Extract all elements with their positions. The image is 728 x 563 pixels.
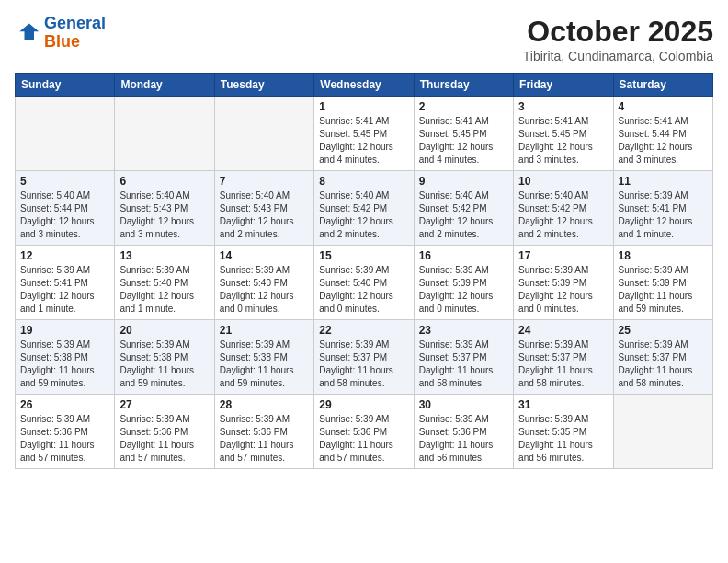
calendar-week-row: 5Sunrise: 5:40 AM Sunset: 5:44 PM Daylig… <box>16 171 713 246</box>
day-info: Sunrise: 5:39 AM Sunset: 5:39 PM Dayligh… <box>419 264 508 316</box>
day-info: Sunrise: 5:39 AM Sunset: 5:36 PM Dayligh… <box>119 413 209 465</box>
day-number: 25 <box>619 324 708 337</box>
day-info: Sunrise: 5:40 AM Sunset: 5:42 PM Dayligh… <box>518 190 608 241</box>
day-number: 29 <box>319 398 408 411</box>
day-info: Sunrise: 5:39 AM Sunset: 5:36 PM Dayligh… <box>20 413 109 465</box>
day-info: Sunrise: 5:39 AM Sunset: 5:37 PM Dayligh… <box>419 339 508 390</box>
day-number: 31 <box>518 398 608 411</box>
calendar-day-cell <box>613 395 712 469</box>
day-number: 11 <box>619 175 708 188</box>
month-title: October 2025 <box>523 15 713 49</box>
weekday-header: Tuesday <box>214 74 313 97</box>
day-number: 12 <box>20 249 109 262</box>
day-info: Sunrise: 5:39 AM Sunset: 5:39 PM Dayligh… <box>518 264 608 316</box>
calendar-day-cell: 26Sunrise: 5:39 AM Sunset: 5:36 PM Dayli… <box>16 395 115 469</box>
day-number: 15 <box>319 249 408 262</box>
calendar-day-cell: 27Sunrise: 5:39 AM Sunset: 5:36 PM Dayli… <box>115 395 214 469</box>
weekday-header: Saturday <box>613 74 712 97</box>
day-number: 30 <box>419 398 508 411</box>
day-number: 23 <box>419 324 508 337</box>
calendar-day-cell: 7Sunrise: 5:40 AM Sunset: 5:43 PM Daylig… <box>214 171 313 246</box>
calendar-day-cell: 5Sunrise: 5:40 AM Sunset: 5:44 PM Daylig… <box>16 171 115 246</box>
calendar-day-cell: 11Sunrise: 5:39 AM Sunset: 5:41 PM Dayli… <box>613 171 712 246</box>
calendar-day-cell: 13Sunrise: 5:39 AM Sunset: 5:40 PM Dayli… <box>115 246 214 320</box>
calendar-day-cell: 21Sunrise: 5:39 AM Sunset: 5:38 PM Dayli… <box>214 320 313 395</box>
day-number: 16 <box>419 249 508 262</box>
day-number: 26 <box>20 398 109 411</box>
day-info: Sunrise: 5:39 AM Sunset: 5:37 PM Dayligh… <box>518 339 608 390</box>
day-number: 27 <box>119 398 209 411</box>
day-info: Sunrise: 5:39 AM Sunset: 5:41 PM Dayligh… <box>20 264 109 316</box>
day-info: Sunrise: 5:39 AM Sunset: 5:39 PM Dayligh… <box>619 264 708 316</box>
calendar-day-cell: 22Sunrise: 5:39 AM Sunset: 5:37 PM Dayli… <box>314 320 414 395</box>
calendar-day-cell: 12Sunrise: 5:39 AM Sunset: 5:41 PM Dayli… <box>16 246 115 320</box>
day-info: Sunrise: 5:39 AM Sunset: 5:41 PM Dayligh… <box>619 190 708 241</box>
day-info: Sunrise: 5:41 AM Sunset: 5:45 PM Dayligh… <box>518 115 608 167</box>
weekday-header: Sunday <box>16 74 115 97</box>
calendar-day-cell: 31Sunrise: 5:39 AM Sunset: 5:35 PM Dayli… <box>514 395 613 469</box>
svg-marker-0 <box>19 23 39 40</box>
day-info: Sunrise: 5:40 AM Sunset: 5:44 PM Dayligh… <box>20 190 109 241</box>
calendar-day-cell: 3Sunrise: 5:41 AM Sunset: 5:45 PM Daylig… <box>514 97 613 171</box>
calendar-week-row: 26Sunrise: 5:39 AM Sunset: 5:36 PM Dayli… <box>16 395 713 469</box>
day-info: Sunrise: 5:39 AM Sunset: 5:40 PM Dayligh… <box>220 264 309 316</box>
calendar-day-cell: 2Sunrise: 5:41 AM Sunset: 5:45 PM Daylig… <box>414 97 513 171</box>
title-area: October 2025 Tibirita, Cundinamarca, Col… <box>523 15 713 63</box>
calendar-day-cell: 6Sunrise: 5:40 AM Sunset: 5:43 PM Daylig… <box>115 171 214 246</box>
calendar-day-cell: 15Sunrise: 5:39 AM Sunset: 5:40 PM Dayli… <box>314 246 414 320</box>
day-number: 24 <box>518 324 608 337</box>
calendar-day-cell <box>115 97 214 171</box>
calendar-day-cell <box>214 97 313 171</box>
day-info: Sunrise: 5:39 AM Sunset: 5:40 PM Dayligh… <box>319 264 408 316</box>
day-info: Sunrise: 5:41 AM Sunset: 5:45 PM Dayligh… <box>419 115 508 167</box>
calendar-day-cell: 19Sunrise: 5:39 AM Sunset: 5:38 PM Dayli… <box>16 320 115 395</box>
day-number: 21 <box>220 324 309 337</box>
calendar-day-cell: 18Sunrise: 5:39 AM Sunset: 5:39 PM Dayli… <box>613 246 712 320</box>
calendar-header-row: SundayMondayTuesdayWednesdayThursdayFrid… <box>16 74 713 97</box>
day-number: 9 <box>419 175 508 188</box>
calendar-day-cell: 10Sunrise: 5:40 AM Sunset: 5:42 PM Dayli… <box>514 171 613 246</box>
day-info: Sunrise: 5:40 AM Sunset: 5:42 PM Dayligh… <box>319 190 408 241</box>
weekday-header: Monday <box>115 74 214 97</box>
day-number: 22 <box>319 324 408 337</box>
day-info: Sunrise: 5:39 AM Sunset: 5:36 PM Dayligh… <box>419 413 508 465</box>
weekday-header: Friday <box>514 74 613 97</box>
calendar-day-cell: 16Sunrise: 5:39 AM Sunset: 5:39 PM Dayli… <box>414 246 513 320</box>
calendar-day-cell: 28Sunrise: 5:39 AM Sunset: 5:36 PM Dayli… <box>214 395 313 469</box>
day-info: Sunrise: 5:39 AM Sunset: 5:37 PM Dayligh… <box>619 339 708 390</box>
day-info: Sunrise: 5:39 AM Sunset: 5:35 PM Dayligh… <box>518 413 608 465</box>
calendar-week-row: 12Sunrise: 5:39 AM Sunset: 5:41 PM Dayli… <box>16 246 713 320</box>
day-number: 20 <box>119 324 209 337</box>
day-number: 4 <box>619 100 708 113</box>
calendar-day-cell: 24Sunrise: 5:39 AM Sunset: 5:37 PM Dayli… <box>514 320 613 395</box>
calendar-day-cell: 25Sunrise: 5:39 AM Sunset: 5:37 PM Dayli… <box>613 320 712 395</box>
day-number: 18 <box>619 249 708 262</box>
location-title: Tibirita, Cundinamarca, Colombia <box>523 49 713 63</box>
calendar-day-cell: 8Sunrise: 5:40 AM Sunset: 5:42 PM Daylig… <box>314 171 414 246</box>
day-number: 8 <box>319 175 408 188</box>
day-info: Sunrise: 5:40 AM Sunset: 5:43 PM Dayligh… <box>220 190 309 241</box>
day-number: 6 <box>119 175 209 188</box>
calendar-day-cell: 23Sunrise: 5:39 AM Sunset: 5:37 PM Dayli… <box>414 320 513 395</box>
weekday-header: Thursday <box>414 74 513 97</box>
calendar-day-cell: 29Sunrise: 5:39 AM Sunset: 5:36 PM Dayli… <box>314 395 414 469</box>
calendar-day-cell: 9Sunrise: 5:40 AM Sunset: 5:42 PM Daylig… <box>414 171 513 246</box>
calendar-day-cell: 30Sunrise: 5:39 AM Sunset: 5:36 PM Dayli… <box>414 395 513 469</box>
day-number: 14 <box>220 249 309 262</box>
day-number: 5 <box>20 175 109 188</box>
day-info: Sunrise: 5:41 AM Sunset: 5:45 PM Dayligh… <box>319 115 408 167</box>
calendar-table: SundayMondayTuesdayWednesdayThursdayFrid… <box>15 73 713 469</box>
day-info: Sunrise: 5:39 AM Sunset: 5:37 PM Dayligh… <box>319 339 408 390</box>
logo-text: General Blue <box>44 15 106 52</box>
calendar-day-cell: 14Sunrise: 5:39 AM Sunset: 5:40 PM Dayli… <box>214 246 313 320</box>
day-number: 1 <box>319 100 408 113</box>
weekday-header: Wednesday <box>314 74 414 97</box>
day-number: 3 <box>518 100 608 113</box>
calendar-week-row: 1Sunrise: 5:41 AM Sunset: 5:45 PM Daylig… <box>16 97 713 171</box>
page-header: General Blue October 2025 Tibirita, Cund… <box>15 15 713 63</box>
day-info: Sunrise: 5:40 AM Sunset: 5:42 PM Dayligh… <box>419 190 508 241</box>
day-number: 19 <box>20 324 109 337</box>
day-info: Sunrise: 5:39 AM Sunset: 5:38 PM Dayligh… <box>119 339 209 390</box>
calendar-day-cell <box>16 97 115 171</box>
logo-icon <box>15 20 40 46</box>
